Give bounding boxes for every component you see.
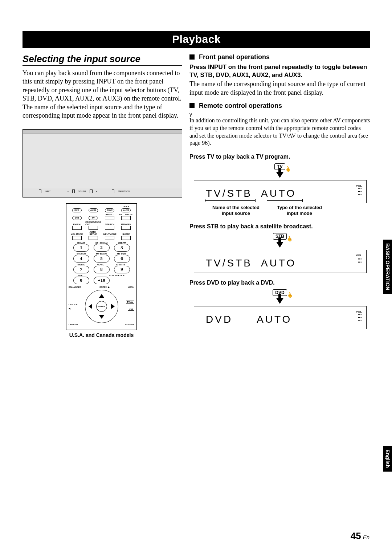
standby-label: STANDBY/ON	[118, 190, 130, 192]
vol-down-icon	[72, 190, 75, 193]
note-marker: y	[189, 112, 370, 117]
hand-pointer-icon: ☝	[285, 290, 294, 298]
remote-note: In addition to controlling this unit, yo…	[189, 117, 370, 147]
front-description: The name of the corresponding input sour…	[189, 80, 370, 97]
square-bullet-icon	[189, 54, 195, 60]
side-tab-operation: BASIC OPERATION	[383, 240, 392, 294]
volume-label: VOLUME	[78, 190, 86, 192]
page-title-bar: Playback	[23, 31, 370, 48]
front-panel-operations-heading: Front panel operations	[189, 53, 370, 61]
remote-operations-heading: Remote control operations	[189, 102, 370, 110]
input-button-icon	[39, 190, 41, 193]
caption-input-mode: Type of the selected input mode	[272, 205, 327, 217]
hand-pointer-icon: ☝	[285, 234, 293, 242]
down-arrow-icon	[276, 172, 283, 178]
section-heading: Selecting the input source	[23, 53, 182, 66]
remote-caption: U.S.A. and Canada models	[66, 332, 137, 338]
intro-paragraph: You can play back sound from the compone…	[23, 69, 182, 120]
press-dvd-instruction: Press DVD to play back a DVD.	[189, 280, 370, 286]
input-label: INPUT	[45, 190, 50, 192]
remote-control-illustration: DVD AUX1 AUX2 DOCKAUX3 STB TV INPUT1 TVM…	[66, 203, 137, 330]
front-bold-instruction: Press INPUT on the front panel repeatedl…	[189, 63, 370, 79]
display-panel-tv: VOL TV/STBAUTO	[194, 180, 367, 203]
square-bullet-icon	[189, 103, 195, 108]
front-panel-illustration: INPUT – VOLUME + STANDBY/ON	[23, 129, 182, 197]
down-arrow-icon	[276, 242, 283, 248]
press-stb-instruction: Press STB to play back a satellite broad…	[189, 223, 370, 230]
vol-up-icon	[90, 190, 92, 193]
down-arrow-icon	[276, 298, 283, 304]
hand-pointer-icon: ☝	[283, 165, 292, 173]
enter-button: ENTER	[96, 301, 107, 312]
display-panel-dvd: VOL DVDAUTO	[194, 306, 367, 329]
press-tv-instruction: Press TV to play back a TV program.	[189, 154, 370, 160]
display-panel-stb: VOL TV/STBAUTO	[194, 250, 367, 273]
side-tab-english: English	[383, 446, 392, 472]
page-number: 45 En	[351, 530, 369, 542]
caption-input-source: Name of the selected input source	[207, 205, 265, 217]
standby-button-icon	[112, 190, 114, 193]
